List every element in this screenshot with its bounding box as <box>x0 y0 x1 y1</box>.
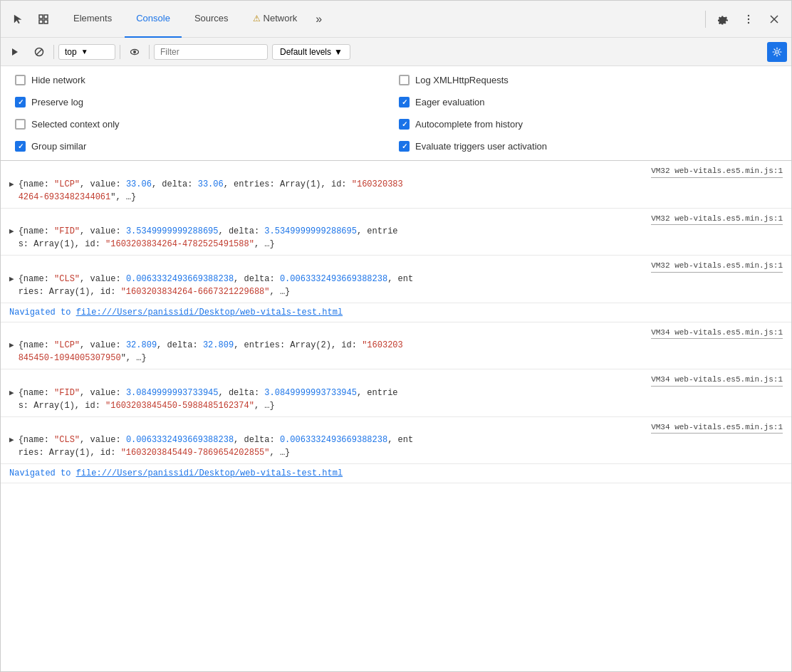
settings-panel: Hide networkLog XMLHttpRequestsPreserve … <box>1 66 791 161</box>
settings-group-similar[interactable]: Group similar <box>12 137 396 156</box>
navigate-text: Navigated to <box>9 308 76 317</box>
checkbox-preserve-log[interactable] <box>15 97 26 107</box>
console-entry-entry1: VM32 web-vitals.es5.min.js:1▶{name: "LCP… <box>1 161 791 209</box>
close-button[interactable] <box>763 8 786 31</box>
console-toolbar: top ▼ Default levels ▼ <box>1 38 791 66</box>
svg-rect-0 <box>39 15 43 19</box>
label-preserve-log: Preserve log <box>31 97 83 107</box>
tab-bar: Elements Console Sources ⚠ Network » <box>1 1 791 38</box>
more-tabs-button[interactable]: » <box>310 13 328 26</box>
context-value: top <box>65 47 77 57</box>
entry-body: ▶{name: "CLS", value: 0.0063332493669388… <box>1 434 791 461</box>
layers-icon[interactable] <box>32 8 55 31</box>
tab-console[interactable]: Console <box>125 1 182 38</box>
checkbox-eval-triggers[interactable] <box>399 141 410 152</box>
console-entry-entry6: VM34 web-vitals.es5.min.js:1▶{name: "CLS… <box>1 417 791 465</box>
filter-input[interactable] <box>154 44 268 60</box>
svg-point-14 <box>776 51 778 53</box>
gear-settings-icon[interactable] <box>767 42 787 62</box>
entry-body: ▶{name: "LCP", value: 32.809, delta: 32.… <box>1 339 791 366</box>
more-options-button[interactable] <box>737 8 760 31</box>
entry-file-header: VM32 web-vitals.es5.min.js:1 <box>1 258 791 273</box>
svg-line-11 <box>36 49 42 55</box>
svg-marker-9 <box>12 48 18 56</box>
expand-arrow-icon[interactable]: ▶ <box>9 340 14 352</box>
checkbox-log-xmlhttp[interactable] <box>399 75 410 85</box>
file-link[interactable]: VM34 web-vitals.es5.min.js:1 <box>651 327 783 340</box>
settings-eval-triggers[interactable]: Evaluate triggers user activation <box>396 137 780 156</box>
label-eager-eval: Eager evaluation <box>415 97 485 107</box>
entry-text: {name: "FID", value: 3.0849999993733945,… <box>19 387 783 412</box>
play-button[interactable] <box>5 42 25 62</box>
console-entry-entry3: VM32 web-vitals.es5.min.js:1▶{name: "CLS… <box>1 256 791 303</box>
checkbox-eager-eval[interactable] <box>399 97 410 107</box>
settings-hide-network[interactable]: Hide network <box>12 70 396 90</box>
cursor-icon[interactable] <box>6 8 29 31</box>
file-link[interactable]: VM32 web-vitals.es5.min.js:1 <box>651 213 783 226</box>
expand-arrow-icon[interactable]: ▶ <box>9 387 14 399</box>
entry-text: {name: "CLS", value: 0.00633324936693882… <box>19 273 783 298</box>
settings-selected-context[interactable]: Selected context only <box>12 115 396 134</box>
entry-file-header: VM34 web-vitals.es5.min.js:1 <box>1 372 791 387</box>
settings-eager-eval[interactable]: Eager evaluation <box>396 93 780 112</box>
entry-body: ▶{name: "CLS", value: 0.0063332493669388… <box>1 273 791 300</box>
toolbar-divider-1 <box>53 45 54 59</box>
levels-button[interactable]: Default levels ▼ <box>272 44 350 60</box>
block-icon[interactable] <box>29 42 49 62</box>
entry-file-header: VM32 web-vitals.es5.min.js:1 <box>1 211 791 226</box>
entry-file-header: VM34 web-vitals.es5.min.js:1 <box>1 420 791 434</box>
entry-body: ▶{name: "FID", value: 3.5349999999288695… <box>1 225 791 252</box>
svg-rect-3 <box>44 20 48 23</box>
expand-arrow-icon[interactable]: ▶ <box>9 273 14 285</box>
warning-icon: ⚠ <box>253 14 261 23</box>
entry-file-header: VM34 web-vitals.es5.min.js:1 <box>1 325 791 340</box>
console-entry-entry5: VM34 web-vitals.es5.min.js:1▶{name: "FID… <box>1 369 791 417</box>
entry-body: ▶{name: "FID", value: 3.0849999993733945… <box>1 387 791 414</box>
navigate-entry-nav2: Navigated to file:///Users/panissidi/Des… <box>1 464 791 483</box>
settings-preserve-log[interactable]: Preserve log <box>12 93 396 112</box>
toolbar-divider-2 <box>120 45 120 59</box>
svg-point-5 <box>748 18 749 19</box>
divider <box>705 11 706 28</box>
expand-arrow-icon[interactable]: ▶ <box>9 434 14 446</box>
levels-arrow: ▼ <box>334 47 343 57</box>
checkbox-group-similar[interactable] <box>15 141 26 152</box>
navigate-text: Navigated to <box>9 468 76 478</box>
console-output: VM32 web-vitals.es5.min.js:1▶{name: "LCP… <box>1 161 791 483</box>
svg-point-13 <box>133 51 136 53</box>
entry-body: ▶{name: "LCP", value: 33.06, delta: 33.0… <box>1 178 791 205</box>
entry-file-header: VM32 web-vitals.es5.min.js:1 <box>1 164 791 178</box>
settings-log-xmlhttp[interactable]: Log XMLHttpRequests <box>396 70 780 90</box>
label-hide-network: Hide network <box>31 75 85 85</box>
svg-rect-1 <box>44 15 48 19</box>
settings-autocomplete-history[interactable]: Autocomplete from history <box>396 115 780 134</box>
checkbox-autocomplete-history[interactable] <box>399 119 410 130</box>
navigate-link[interactable]: file:///Users/panissidi/Desktop/web-vita… <box>76 468 343 478</box>
label-group-similar: Group similar <box>31 141 86 152</box>
svg-rect-2 <box>39 20 43 23</box>
tab-elements[interactable]: Elements <box>62 1 123 38</box>
checkbox-selected-context[interactable] <box>15 119 26 130</box>
navigate-entry-nav1: Navigated to file:///Users/panissidi/Des… <box>1 303 791 322</box>
file-link[interactable]: VM32 web-vitals.es5.min.js:1 <box>651 260 783 273</box>
svg-point-6 <box>748 21 749 23</box>
settings-button[interactable] <box>712 8 734 31</box>
file-link[interactable]: VM34 web-vitals.es5.min.js:1 <box>651 421 783 434</box>
file-link[interactable]: VM32 web-vitals.es5.min.js:1 <box>651 165 783 178</box>
checkbox-hide-network[interactable] <box>15 75 26 85</box>
eye-icon[interactable] <box>125 42 145 62</box>
console-entry-entry4: VM34 web-vitals.es5.min.js:1▶{name: "LCP… <box>1 322 791 370</box>
label-selected-context: Selected context only <box>31 119 120 130</box>
label-eval-triggers: Evaluate triggers user activation <box>415 141 547 152</box>
entry-text: {name: "CLS", value: 0.00633324936693882… <box>19 434 783 459</box>
expand-arrow-icon[interactable]: ▶ <box>9 226 14 238</box>
file-link[interactable]: VM34 web-vitals.es5.min.js:1 <box>651 374 783 387</box>
entry-text: {name: "FID", value: 3.5349999999288695,… <box>19 225 783 251</box>
toolbar-divider-3 <box>149 45 150 59</box>
tab-sources[interactable]: Sources <box>183 1 240 38</box>
expand-arrow-icon[interactable]: ▶ <box>9 179 14 191</box>
navigate-link[interactable]: file:///Users/panissidi/Desktop/web-vita… <box>76 308 343 317</box>
context-arrow: ▼ <box>81 48 88 56</box>
tab-network[interactable]: ⚠ Network <box>241 1 309 38</box>
context-selector[interactable]: top ▼ <box>58 44 115 60</box>
